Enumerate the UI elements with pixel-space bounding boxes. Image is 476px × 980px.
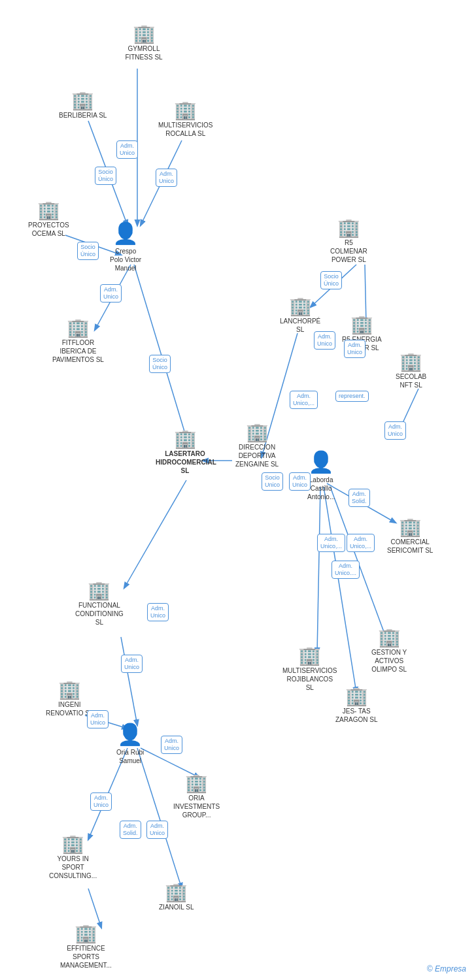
secolab-node: 🏢 SECOLABNFT SL [396, 353, 426, 389]
effitience-label: EFFITIENCESPORTSMANAGEMENT... [60, 944, 112, 970]
badge-adm-unico-10[interactable]: Adm.Unico,... [347, 534, 375, 552]
zianoil-icon: 🏢 [165, 883, 188, 902]
functional-icon: 🏢 [88, 581, 110, 600]
laborda-icon: 👤 [308, 449, 334, 474]
badge-adm-unico-13[interactable]: Adm.Unico [121, 655, 143, 673]
watermark: © Empresa [427, 964, 466, 973]
yours-sport-icon: 🏢 [61, 835, 84, 853]
crespo-polo-label: CrespoPolo VictorManuel [110, 247, 141, 272]
svg-line-5 [134, 265, 186, 438]
laborda-label: LabordaCastilloAntonio... [307, 476, 335, 501]
jes-tas-label: JES- TASZARAGON SL [335, 707, 377, 724]
badge-adm-solid-2[interactable]: Adm.Solid. [120, 821, 141, 839]
ingeni-renovatio-node: 🏢 INGENIRENOVATIO SL [46, 681, 93, 717]
oria-rubi-label: Oria RubiSamuel [116, 748, 144, 765]
badge-socio-unico-1[interactable]: SocioÚnico [95, 167, 116, 185]
badge-socio-unico-2[interactable]: SocioÚnico [77, 242, 99, 260]
yours-sport-node: 🏢 YOURS INSPORTCONSULTING... [49, 835, 97, 880]
crespo-polo-node: 👤 CrespoPolo VictorManuel [110, 221, 141, 272]
lanchorpe-node: 🏢 LANCHORPÉSL [280, 297, 320, 334]
badge-adm-unico-1[interactable]: Adm.Unico [116, 140, 138, 159]
watermark-symbol: © [427, 964, 433, 973]
direccion-deportiva-icon: 🏢 [246, 423, 269, 442]
r5-colmenar-icon: 🏢 [337, 219, 360, 237]
fitfloor-node: 🏢 FITFLOORIBERICA DEPAVIMENTOS SL [52, 319, 104, 364]
badge-adm-unico-7[interactable]: Adm.Unico [384, 421, 406, 440]
zianoil-node: 🏢 ZIANOIL SL [159, 883, 194, 911]
berliberia-node: 🏢 BERLIBERIA SL [59, 91, 107, 120]
oria-investments-label: ORIAINVESTMENTSGROUP... [173, 794, 220, 819]
proyectos-ocema-node: 🏢 PROYECTOSOCEMA SL [28, 201, 69, 238]
comercial-sericomit-label: COMERCIALSERICOMIT SL [387, 538, 433, 555]
berliberia-label: BERLIBERIA SL [59, 111, 107, 120]
badge-adm-unico-15[interactable]: Adm.Unico [161, 736, 182, 754]
oria-rubi-node: 👤 Oria RubiSamuel [116, 722, 144, 765]
badge-adm-unico-11[interactable]: Adm.Unico.... [332, 561, 360, 579]
badge-adm-unico-8[interactable]: Adm.Unico [289, 472, 311, 491]
badge-socio-unico-5[interactable]: SocioUnico [262, 472, 283, 491]
berliberia-icon: 🏢 [71, 91, 94, 110]
oria-rubi-icon: 👤 [117, 722, 143, 747]
badge-adm-unico-5[interactable]: Adm.Unico [344, 340, 366, 358]
lanchorpe-icon: 🏢 [289, 297, 312, 316]
secolab-icon: 🏢 [400, 353, 422, 371]
gestion-activos-node: 🏢 GESTION YACTIVOSOLIMPO SL [371, 629, 407, 674]
proyectos-ocema-label: PROYECTOSOCEMA SL [28, 221, 69, 238]
yours-sport-label: YOURS INSPORTCONSULTING... [49, 855, 97, 880]
multiservicios-rojiblancos-icon: 🏢 [298, 647, 321, 665]
jes-tas-icon: 🏢 [345, 687, 368, 706]
crespo-polo-icon: 👤 [112, 221, 139, 246]
direccion-deportiva-label: DIRECCIONDEPORTIVAZENGAINE SL [235, 443, 279, 468]
proyectos-ocema-icon: 🏢 [37, 201, 60, 220]
laborda-node: 👤 LabordaCastilloAntonio... [307, 449, 335, 501]
direccion-deportiva-node: 🏢 DIRECCIONDEPORTIVAZENGAINE SL [235, 423, 279, 468]
multiservicios-rocalla-node: 🏢 MULTISERVICIOSROCALLA SL [158, 101, 213, 138]
multiservicios-rocalla-label: MULTISERVICIOSROCALLA SL [158, 121, 213, 138]
badge-represent[interactable]: represent. [335, 391, 369, 402]
svg-line-16 [121, 637, 137, 725]
badge-socio-unico-3[interactable]: SocioÚnico [149, 355, 171, 373]
comercial-sericomit-icon: 🏢 [399, 518, 422, 536]
secolab-label: SECOLABNFT SL [396, 372, 426, 389]
zianoil-label: ZIANOIL SL [159, 903, 194, 911]
badge-adm-solid-1[interactable]: Adm.Solid. [348, 489, 370, 507]
connector-lines [0, 0, 476, 980]
badge-adm-unico-6[interactable]: Adm.Unico,... [290, 391, 318, 409]
svg-line-15 [124, 480, 186, 588]
lasertaro-label: LASERTAROHIDROCOMERCIALSL [156, 449, 214, 475]
gymroll-label: GYMROLL FITNESS SL [114, 44, 173, 61]
r5-energia-icon: 🏢 [350, 316, 373, 334]
ingeni-renovatio-icon: 🏢 [58, 681, 81, 699]
multiservicios-rocalla-icon: 🏢 [174, 101, 197, 120]
multiservicios-rojiblancos-label: MULTISERVICIOSROJIBLANCOSSL [282, 666, 337, 692]
badge-adm-unico-14[interactable]: Adm.Unico [87, 710, 109, 728]
badge-adm-unico-4[interactable]: Adm.Unico [314, 331, 335, 350]
comercial-sericomit-node: 🏢 COMERCIALSERICOMIT SL [387, 518, 433, 555]
svg-line-21 [88, 889, 101, 928]
badge-socio-unico-4[interactable]: SocioÚnico [320, 271, 342, 289]
watermark-text: Empresa [435, 964, 466, 973]
effitience-icon: 🏢 [75, 924, 97, 943]
fitfloor-icon: 🏢 [67, 319, 90, 337]
gymroll-node: 🏢 GYMROLL FITNESS SL [114, 25, 173, 61]
fitfloor-label: FITFLOORIBERICA DEPAVIMENTOS SL [52, 338, 104, 364]
multiservicios-rojiblancos-node: 🏢 MULTISERVICIOSROJIBLANCOSSL [282, 647, 337, 692]
jes-tas-node: 🏢 JES- TASZARAGON SL [335, 687, 377, 724]
badge-adm-unico-16[interactable]: Adm.Unico [90, 792, 112, 811]
badge-adm-unico-3[interactable]: Adm.Unico [100, 284, 122, 302]
effitience-node: 🏢 EFFITIENCESPORTSMANAGEMENT... [60, 924, 112, 970]
lasertaro-node: 🏢 LASERTAROHIDROCOMERCIALSL [156, 430, 214, 475]
badge-adm-unico-2[interactable]: Adm.Unico [156, 169, 177, 187]
badge-adm-unico-17[interactable]: Adm.Unico [146, 821, 168, 839]
ingeni-renovatio-label: INGENIRENOVATIO SL [46, 700, 93, 717]
badge-adm-unico-12[interactable]: Adm.Unico [147, 603, 169, 621]
gestion-activos-label: GESTION YACTIVOSOLIMPO SL [371, 648, 407, 674]
badge-adm-unico-9[interactable]: Adm.Unico,... [317, 534, 345, 552]
svg-line-12 [317, 487, 320, 653]
functional-label: FUNCTIONALCONDITIONINGSL [75, 601, 124, 627]
functional-node: 🏢 FUNCTIONALCONDITIONINGSL [75, 581, 124, 627]
gestion-activos-icon: 🏢 [378, 629, 401, 647]
org-diagram: 🏢 GYMROLL FITNESS SL 🏢 BERLIBERIA SL 🏢 M… [0, 0, 476, 980]
gymroll-icon: 🏢 [133, 25, 156, 43]
oria-investments-node: 🏢 ORIAINVESTMENTSGROUP... [173, 774, 220, 819]
